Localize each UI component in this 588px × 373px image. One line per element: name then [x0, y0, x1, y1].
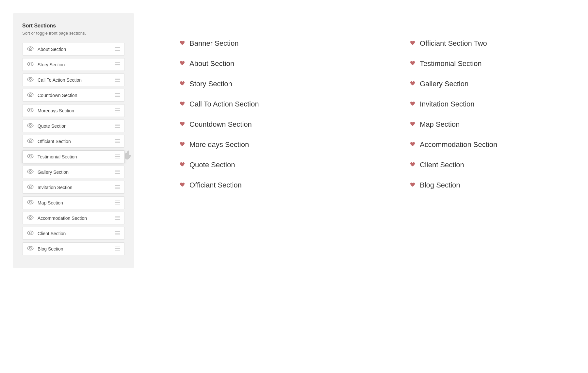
svg-point-5: [27, 62, 33, 66]
eye-icon-officiant[interactable]: [27, 138, 34, 144]
sort-panel-title: Sort Sections: [22, 23, 125, 29]
grid-item-call-to-action: Call To Action Section: [180, 100, 345, 108]
svg-point-0: [27, 47, 33, 51]
svg-point-46: [29, 186, 31, 188]
svg-point-61: [29, 232, 31, 234]
grid-label-accommodation: Accommodation Section: [420, 140, 497, 149]
sort-panel: Sort Sections Sort or toggle front page …: [13, 13, 134, 268]
svg-point-1: [29, 48, 31, 50]
section-list-item-story[interactable]: Story Section: [22, 58, 125, 71]
section-label-call-to-action: Call To Action Section: [38, 77, 82, 83]
grid-label-blog: Blog Section: [420, 181, 460, 189]
drag-handle-moredays[interactable]: [115, 108, 120, 113]
section-label-story: Story Section: [38, 62, 65, 67]
svg-point-11: [29, 78, 31, 80]
eye-icon-gallery[interactable]: [27, 169, 34, 175]
heart-icon-blog: [410, 182, 415, 188]
section-list-item-blog[interactable]: Blog Section: [22, 242, 125, 255]
grid-label-quote: Quote Section: [189, 161, 235, 169]
drag-handle-countdown[interactable]: [115, 93, 120, 98]
drag-handle-blog[interactable]: [115, 247, 120, 251]
svg-point-10: [27, 77, 33, 81]
eye-icon-call-to-action[interactable]: [27, 77, 34, 83]
section-list-item-call-to-action[interactable]: Call To Action Section: [22, 73, 125, 86]
heart-icon-officiant-two: [410, 41, 415, 47]
eye-icon-countdown[interactable]: [27, 92, 34, 98]
eye-icon-client[interactable]: [27, 231, 34, 236]
drag-handle-accommodation[interactable]: [115, 216, 120, 220]
svg-point-51: [29, 201, 31, 203]
section-list-item-invitation[interactable]: Invitation Section: [22, 181, 125, 194]
grid-label-story: Story Section: [189, 80, 232, 88]
grid-label-countdown: Countdown Section: [189, 120, 252, 129]
svg-point-50: [27, 200, 33, 204]
heart-icon-accommodation: [410, 142, 415, 148]
grid-label-officiant: Officiant Section: [189, 181, 242, 189]
grid-item-banner: Banner Section: [180, 39, 345, 48]
eye-icon-testimonial[interactable]: [27, 154, 34, 159]
section-list-item-officiant[interactable]: Officiant Section: [22, 135, 125, 148]
svg-point-35: [27, 154, 33, 158]
section-label-blog: Blog Section: [38, 246, 63, 251]
heart-icon-banner: [180, 41, 185, 47]
svg-point-20: [27, 108, 33, 112]
svg-point-6: [29, 63, 31, 65]
drag-handle-quote[interactable]: [115, 124, 120, 128]
section-label-quote: Quote Section: [38, 123, 67, 129]
grid-label-moredays: More days Section: [189, 140, 249, 149]
drag-handle-gallery[interactable]: [115, 170, 120, 174]
eye-icon-accommodation[interactable]: [27, 215, 34, 221]
section-list-item-countdown[interactable]: Countdown Section: [22, 89, 125, 102]
section-label-about: About Section: [38, 47, 66, 52]
grid-label-officiant-two: Officiant Section Two: [420, 39, 487, 48]
section-list-item-quote[interactable]: Quote Section: [22, 120, 125, 132]
drag-handle-map[interactable]: [115, 201, 120, 205]
grid-item-gallery: Gallery Section: [410, 80, 575, 88]
section-list: About Section Story Section Call To Acti…: [22, 43, 125, 255]
drag-handle-client[interactable]: [115, 231, 120, 236]
heart-icon-about: [180, 61, 185, 67]
svg-point-30: [27, 139, 33, 143]
grid-label-call-to-action: Call To Action Section: [189, 100, 259, 108]
drag-handle-officiant[interactable]: [115, 139, 120, 144]
svg-point-26: [29, 124, 31, 126]
section-label-invitation: Invitation Section: [38, 185, 73, 190]
section-list-item-gallery[interactable]: Gallery Section: [22, 166, 125, 178]
svg-point-25: [27, 123, 33, 127]
drag-handle-testimonial[interactable]: [115, 154, 120, 159]
section-list-item-moredays[interactable]: Moredays Section: [22, 104, 125, 117]
section-label-accommodation: Accommodation Section: [38, 216, 87, 221]
heart-icon-testimonial: [410, 61, 415, 67]
eye-icon-blog[interactable]: [27, 246, 34, 251]
sort-panel-subtitle: Sort or toggle front page sections.: [22, 31, 125, 36]
eye-icon-about[interactable]: [27, 46, 34, 52]
section-label-officiant: Officiant Section: [38, 139, 71, 144]
grid-item-countdown: Countdown Section: [180, 120, 345, 129]
grid-label-banner: Banner Section: [189, 39, 238, 48]
eye-icon-invitation[interactable]: [27, 185, 34, 190]
eye-icon-moredays[interactable]: [27, 108, 34, 113]
grid-item-officiant-two: Officiant Section Two: [410, 39, 575, 48]
eye-icon-quote[interactable]: [27, 123, 34, 129]
drag-handle-call-to-action[interactable]: [115, 78, 120, 82]
grid-item-story: Story Section: [180, 80, 345, 88]
eye-icon-story[interactable]: [27, 62, 34, 67]
grid-item-officiant: Officiant Section: [180, 181, 345, 189]
section-list-item-accommodation[interactable]: Accommodation Section: [22, 212, 125, 224]
section-label-moredays: Moredays Section: [38, 108, 74, 113]
page-wrapper: Sort Sections Sort or toggle front page …: [13, 13, 575, 268]
heart-icon-client: [410, 162, 415, 168]
grid-item-client: Client Section: [410, 161, 575, 169]
grid-item-invitation: Invitation Section: [410, 100, 575, 108]
grid-label-client: Client Section: [420, 161, 464, 169]
section-list-item-map[interactable]: Map Section: [22, 196, 125, 209]
drag-handle-about[interactable]: [115, 47, 120, 52]
drag-handle-story[interactable]: [115, 62, 120, 67]
svg-point-31: [29, 140, 31, 142]
drag-handle-invitation[interactable]: [115, 185, 120, 190]
section-list-item-client[interactable]: Client Section: [22, 227, 125, 240]
section-list-item-testimonial[interactable]: Testimonial Section: [22, 150, 125, 163]
heart-icon-map: [410, 122, 415, 128]
eye-icon-map[interactable]: [27, 200, 34, 205]
section-list-item-about[interactable]: About Section: [22, 43, 125, 56]
